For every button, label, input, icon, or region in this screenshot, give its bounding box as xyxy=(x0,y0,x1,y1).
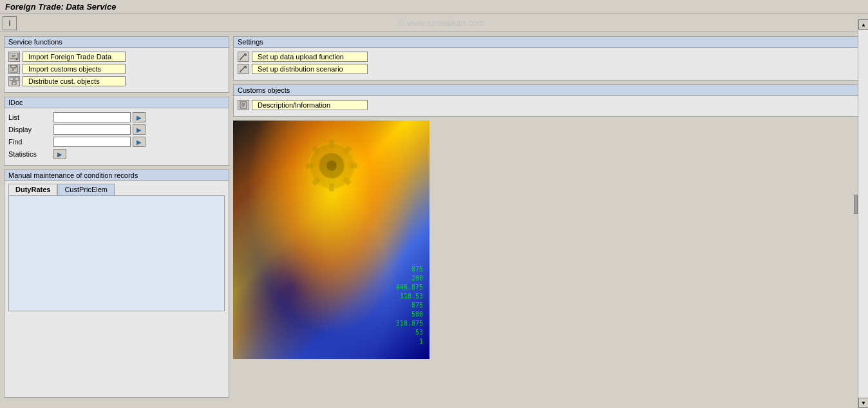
idoc-list-row: List ▶ xyxy=(8,112,225,122)
toolbar: i © www.tutorialkart.com xyxy=(0,14,868,32)
svg-rect-20 xyxy=(350,163,357,168)
tab-duty-rates[interactable]: DutyRates xyxy=(8,184,57,195)
settings-panel: Settings Set up data upload function xyxy=(233,36,864,81)
idoc-statistics-arrow[interactable]: ▶ xyxy=(53,149,66,159)
manual-maintenance-header: Manual maintenance of condition records xyxy=(5,170,229,181)
idoc-list-label: List xyxy=(8,113,53,121)
main-content: Service functions Import Foreign Trade D… xyxy=(0,32,868,402)
page-wrapper: Foreign Trade: Data Service i © www.tuto… xyxy=(0,0,868,408)
setup-distribution-icon xyxy=(238,64,249,74)
idoc-display-label: Display xyxy=(8,126,53,133)
customs-objects-header: Customs objects xyxy=(234,85,863,96)
settings-body: Set up data upload function Set up distr… xyxy=(234,48,863,80)
idoc-list-input[interactable] xyxy=(53,112,131,122)
setup-upload-label[interactable]: Set up data upload function xyxy=(252,52,368,62)
distribute-cust-button[interactable]: Distribute cust. objects xyxy=(8,76,225,86)
scroll-down-button[interactable]: ▼ xyxy=(858,398,868,408)
distribute-cust-icon xyxy=(8,76,20,86)
svg-rect-24 xyxy=(306,163,314,168)
green-numbers: 875 280 446.875 318.53 875 580 318.875 5… xyxy=(396,265,423,346)
watermark: © www.tutorialkart.com xyxy=(17,18,865,28)
idoc-list-arrow[interactable]: ▶ xyxy=(133,112,146,122)
idoc-find-label: Find xyxy=(8,138,53,146)
manual-maintenance-panel: Manual maintenance of condition records … xyxy=(4,170,229,398)
tab-cust-pric-elem[interactable]: CustPricElem xyxy=(57,184,115,195)
import-foreign-trade-button[interactable]: Import Foreign Trade Data xyxy=(8,52,225,62)
resize-handle[interactable] xyxy=(854,195,858,214)
idoc-find-input[interactable] xyxy=(53,137,131,147)
setup-distribution-button[interactable]: Set up distribution scenario xyxy=(238,64,860,74)
customs-objects-panel: Customs objects Description/Information xyxy=(233,84,864,117)
idoc-display-row: Display ▶ xyxy=(8,124,225,135)
svg-rect-8 xyxy=(10,77,14,81)
settings-right-area: Settings Set up data upload function xyxy=(233,36,864,117)
settings-header: Settings xyxy=(234,37,863,48)
setup-upload-icon xyxy=(238,52,249,62)
scroll-track xyxy=(858,30,868,398)
svg-rect-18 xyxy=(329,140,334,148)
title-bar: Foreign Trade: Data Service xyxy=(0,0,868,14)
description-info-button[interactable]: Description/Information xyxy=(238,100,860,110)
tab-content-area xyxy=(8,195,225,311)
svg-rect-5 xyxy=(11,65,16,68)
idoc-header: IDoc xyxy=(5,97,229,108)
distribute-cust-label[interactable]: Distribute cust. objects xyxy=(23,76,126,86)
idoc-display-input[interactable] xyxy=(53,124,131,135)
idoc-statistics-label: Statistics xyxy=(8,150,53,158)
info-icon[interactable]: i xyxy=(3,16,17,30)
idoc-panel: IDoc List ▶ Display ▶ Find xyxy=(4,97,229,166)
description-info-icon xyxy=(238,100,249,110)
idoc-body: List ▶ Display ▶ Find ▶ xyxy=(5,108,229,165)
idoc-statistics-row: Statistics ▶ xyxy=(8,149,225,159)
setup-distribution-label[interactable]: Set up distribution scenario xyxy=(252,64,368,74)
scroll-up-button[interactable]: ▲ xyxy=(858,19,868,30)
gear-svg xyxy=(299,133,364,198)
idoc-display-arrow[interactable]: ▶ xyxy=(133,124,146,135)
right-column: Settings Set up data upload function xyxy=(233,36,864,398)
description-info-label[interactable]: Description/Information xyxy=(252,100,368,110)
right-top-row: Settings Set up data upload function xyxy=(233,36,864,117)
idoc-find-row: Find ▶ xyxy=(8,137,225,147)
svg-rect-10 xyxy=(12,82,16,85)
decorative-image: 875 280 446.875 318.53 875 580 318.875 5… xyxy=(233,121,429,359)
import-foreign-trade-icon xyxy=(8,52,20,62)
customs-objects-body: Description/Information xyxy=(234,96,863,116)
left-column: Service functions Import Foreign Trade D… xyxy=(4,36,229,398)
import-customs-label[interactable]: Import customs objects xyxy=(23,64,126,74)
manual-maintenance-body: DutyRates CustPricElem xyxy=(5,181,229,314)
import-customs-button[interactable]: Import customs objects xyxy=(8,64,225,74)
scrollbar: ▲ ▼ xyxy=(858,19,868,408)
idoc-find-arrow[interactable]: ▶ xyxy=(133,137,146,147)
service-functions-panel: Service functions Import Foreign Trade D… xyxy=(4,36,229,93)
tab-container: DutyRates CustPricElem xyxy=(8,184,225,195)
svg-rect-9 xyxy=(15,77,19,81)
setup-upload-button[interactable]: Set up data upload function xyxy=(238,52,860,62)
svg-point-17 xyxy=(326,160,337,171)
service-functions-header: Service functions xyxy=(5,37,229,48)
import-foreign-trade-label[interactable]: Import Foreign Trade Data xyxy=(23,52,126,62)
import-customs-icon xyxy=(8,64,20,74)
page-title: Foreign Trade: Data Service xyxy=(5,2,116,12)
svg-rect-22 xyxy=(329,184,334,191)
service-functions-body: Import Foreign Trade Data Import customs… xyxy=(5,48,229,92)
